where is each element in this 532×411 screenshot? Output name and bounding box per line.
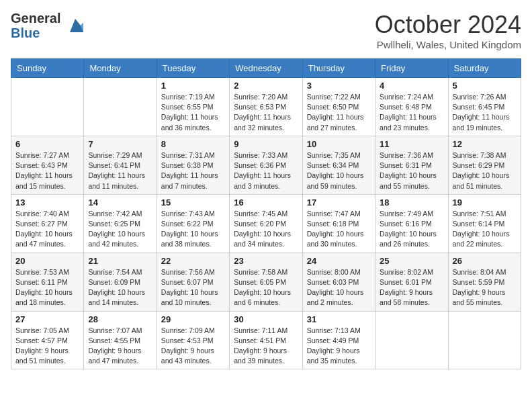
day-number: 10 [307, 139, 371, 149]
day-number: 28 [88, 314, 152, 324]
day-cell: 2 Sunrise: 7:20 AMSunset: 6:53 PMDayligh… [230, 78, 302, 136]
day-info: Sunrise: 7:35 AMSunset: 6:34 PMDaylight:… [307, 150, 371, 191]
day-cell: 18 Sunrise: 7:49 AMSunset: 6:16 PMDaylig… [375, 194, 448, 253]
day-cell: 19 Sunrise: 7:51 AMSunset: 6:14 PMDaylig… [448, 194, 521, 253]
day-cell [11, 78, 84, 136]
day-cell: 11 Sunrise: 7:36 AMSunset: 6:31 PMDaylig… [375, 136, 448, 194]
page-header: General Blue October 2024 Pwllheli, Wale… [11, 11, 521, 50]
day-cell: 30 Sunrise: 7:11 AMSunset: 4:51 PMDaylig… [230, 311, 302, 369]
day-info: Sunrise: 7:26 AMSunset: 6:45 PMDaylight:… [453, 92, 517, 133]
day-info: Sunrise: 7:22 AMSunset: 6:50 PMDaylight:… [307, 92, 371, 133]
day-info: Sunrise: 7:31 AMSunset: 6:38 PMDaylight:… [161, 150, 225, 191]
day-info: Sunrise: 7:24 AMSunset: 6:48 PMDaylight:… [380, 92, 443, 133]
day-cell: 22 Sunrise: 7:56 AMSunset: 6:07 PMDaylig… [157, 253, 229, 311]
day-info: Sunrise: 7:53 AMSunset: 6:11 PMDaylight:… [15, 267, 79, 308]
logo-text: General Blue [11, 11, 87, 40]
day-number: 20 [15, 256, 79, 266]
day-cell: 6 Sunrise: 7:27 AMSunset: 6:43 PMDayligh… [11, 136, 84, 194]
day-number: 24 [307, 256, 371, 266]
day-number: 11 [380, 139, 443, 149]
calendar-table: SundayMondayTuesdayWednesdayThursdayFrid… [11, 58, 521, 369]
day-cell: 8 Sunrise: 7:31 AMSunset: 6:38 PMDayligh… [157, 136, 229, 194]
day-cell: 14 Sunrise: 7:42 AMSunset: 6:25 PMDaylig… [84, 194, 157, 253]
day-number: 15 [161, 197, 225, 208]
day-cell: 7 Sunrise: 7:29 AMSunset: 6:41 PMDayligh… [84, 136, 157, 194]
day-cell: 23 Sunrise: 7:58 AMSunset: 6:05 PMDaylig… [230, 253, 302, 311]
logo-icon [63, 13, 87, 38]
day-cell: 17 Sunrise: 7:47 AMSunset: 6:18 PMDaylig… [302, 194, 375, 253]
location: Pwllheli, Wales, United Kingdom [375, 39, 521, 50]
day-cell: 13 Sunrise: 7:40 AMSunset: 6:27 PMDaylig… [11, 194, 84, 253]
day-info: Sunrise: 7:36 AMSunset: 6:31 PMDaylight:… [380, 150, 443, 191]
day-number: 31 [307, 314, 371, 324]
day-cell: 3 Sunrise: 7:22 AMSunset: 6:50 PMDayligh… [302, 78, 375, 136]
day-cell: 15 Sunrise: 7:43 AMSunset: 6:22 PMDaylig… [157, 194, 229, 253]
day-info: Sunrise: 7:58 AMSunset: 6:05 PMDaylight:… [234, 267, 298, 308]
logo-line2: Blue [11, 26, 60, 40]
day-number: 5 [453, 81, 517, 91]
day-cell: 5 Sunrise: 7:26 AMSunset: 6:45 PMDayligh… [448, 78, 521, 136]
week-row-2: 6 Sunrise: 7:27 AMSunset: 6:43 PMDayligh… [11, 136, 521, 194]
day-info: Sunrise: 7:51 AMSunset: 6:14 PMDaylight:… [453, 209, 517, 250]
title-block: October 2024 Pwllheli, Wales, United Kin… [375, 11, 521, 50]
day-info: Sunrise: 8:04 AMSunset: 5:59 PMDaylight:… [453, 267, 517, 308]
week-row-5: 27 Sunrise: 7:05 AMSunset: 4:57 PMDaylig… [11, 311, 521, 369]
day-cell: 16 Sunrise: 7:45 AMSunset: 6:20 PMDaylig… [230, 194, 302, 253]
day-cell: 24 Sunrise: 8:00 AMSunset: 6:03 PMDaylig… [302, 253, 375, 311]
day-info: Sunrise: 7:42 AMSunset: 6:25 PMDaylight:… [88, 209, 152, 250]
day-number: 1 [161, 81, 225, 91]
day-info: Sunrise: 7:40 AMSunset: 6:27 PMDaylight:… [15, 209, 79, 250]
day-number: 3 [307, 81, 371, 91]
day-info: Sunrise: 8:00 AMSunset: 6:03 PMDaylight:… [307, 267, 371, 308]
day-number: 14 [88, 197, 152, 208]
day-number: 17 [307, 197, 371, 208]
week-row-3: 13 Sunrise: 7:40 AMSunset: 6:27 PMDaylig… [11, 194, 521, 253]
day-number: 30 [234, 314, 298, 324]
day-cell [375, 311, 448, 369]
day-info: Sunrise: 8:02 AMSunset: 6:01 PMDaylight:… [380, 267, 443, 308]
day-number: 7 [88, 139, 152, 149]
day-info: Sunrise: 7:29 AMSunset: 6:41 PMDaylight:… [88, 150, 152, 191]
day-info: Sunrise: 7:43 AMSunset: 6:22 PMDaylight:… [161, 209, 225, 250]
day-info: Sunrise: 7:45 AMSunset: 6:20 PMDaylight:… [234, 209, 298, 250]
day-number: 9 [234, 139, 298, 149]
day-cell: 25 Sunrise: 8:02 AMSunset: 6:01 PMDaylig… [375, 253, 448, 311]
day-cell: 29 Sunrise: 7:09 AMSunset: 4:53 PMDaylig… [157, 311, 229, 369]
day-number: 21 [88, 256, 152, 266]
day-info: Sunrise: 7:47 AMSunset: 6:18 PMDaylight:… [307, 209, 371, 250]
day-info: Sunrise: 7:09 AMSunset: 4:53 PMDaylight:… [161, 326, 225, 367]
header-row: SundayMondayTuesdayWednesdayThursdayFrid… [11, 59, 521, 78]
day-number: 16 [234, 197, 298, 208]
col-header-saturday: Saturday [448, 59, 521, 78]
day-number: 2 [234, 81, 298, 91]
day-cell: 1 Sunrise: 7:19 AMSunset: 6:55 PMDayligh… [157, 78, 229, 136]
col-header-wednesday: Wednesday [230, 59, 302, 78]
week-row-4: 20 Sunrise: 7:53 AMSunset: 6:11 PMDaylig… [11, 253, 521, 311]
day-info: Sunrise: 7:38 AMSunset: 6:29 PMDaylight:… [453, 150, 517, 191]
col-header-thursday: Thursday [302, 59, 375, 78]
day-number: 23 [234, 256, 298, 266]
day-info: Sunrise: 7:13 AMSunset: 4:49 PMDaylight:… [307, 326, 371, 367]
day-info: Sunrise: 7:20 AMSunset: 6:53 PMDaylight:… [234, 92, 298, 133]
day-info: Sunrise: 7:54 AMSunset: 6:09 PMDaylight:… [88, 267, 152, 308]
col-header-friday: Friday [375, 59, 448, 78]
day-number: 22 [161, 256, 225, 266]
day-number: 27 [15, 314, 79, 324]
day-info: Sunrise: 7:07 AMSunset: 4:55 PMDaylight:… [88, 326, 152, 367]
col-header-tuesday: Tuesday [157, 59, 229, 78]
day-number: 13 [15, 197, 79, 208]
col-header-monday: Monday [84, 59, 157, 78]
day-info: Sunrise: 7:33 AMSunset: 6:36 PMDaylight:… [234, 150, 298, 191]
day-cell: 31 Sunrise: 7:13 AMSunset: 4:49 PMDaylig… [302, 311, 375, 369]
day-number: 29 [161, 314, 225, 324]
day-number: 6 [15, 139, 79, 149]
day-info: Sunrise: 7:49 AMSunset: 6:16 PMDaylight:… [380, 209, 443, 250]
logo-line1: General [11, 11, 60, 26]
day-cell: 27 Sunrise: 7:05 AMSunset: 4:57 PMDaylig… [11, 311, 84, 369]
month-title: October 2024 [375, 11, 521, 39]
day-info: Sunrise: 7:27 AMSunset: 6:43 PMDaylight:… [15, 150, 79, 191]
day-cell [448, 311, 521, 369]
day-cell: 10 Sunrise: 7:35 AMSunset: 6:34 PMDaylig… [302, 136, 375, 194]
logo: General Blue [11, 11, 87, 40]
day-number: 18 [380, 197, 443, 208]
